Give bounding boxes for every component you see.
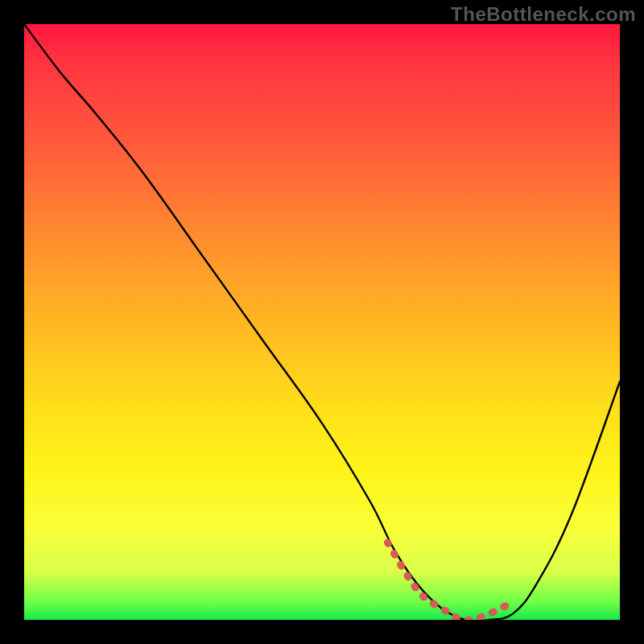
flat-highlight — [387, 543, 512, 620]
chart-container: TheBottleneck.com — [0, 0, 644, 644]
curve-overlay — [24, 24, 620, 620]
main-curve — [24, 24, 620, 620]
watermark-text: TheBottleneck.com — [451, 3, 636, 26]
plot-area — [24, 24, 620, 620]
